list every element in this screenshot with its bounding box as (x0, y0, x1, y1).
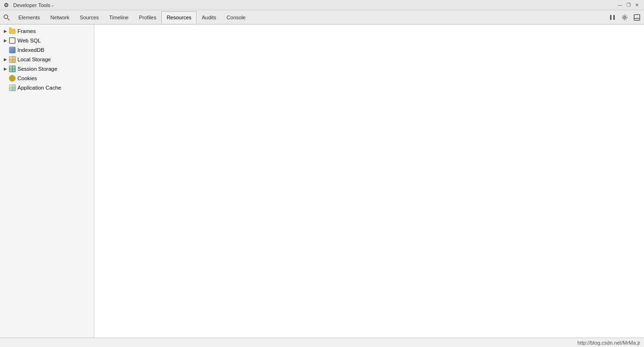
websql-arrow (2, 37, 8, 44)
local-storage-arrow (2, 56, 8, 63)
main-content-area (94, 25, 644, 338)
tab-timeline[interactable]: Timeline (104, 11, 134, 24)
status-url: http://blog.csdn.net/MrMa.jr (578, 340, 640, 346)
main-layout: Frames Web SQL IndexedDB Local Storage (0, 25, 644, 338)
svg-point-0 (4, 15, 8, 18)
window-title: Developer Tools - (13, 2, 53, 8)
websql-label: Web SQL (17, 38, 41, 43)
sidebar-item-indexeddb[interactable]: IndexedDB (0, 45, 94, 55)
sidebar-item-local-storage[interactable]: Local Storage (0, 55, 94, 64)
minimize-button[interactable]: — (617, 2, 623, 8)
tab-console[interactable]: Console (222, 11, 251, 24)
tab-network[interactable]: Network (45, 11, 74, 24)
sidebar: Frames Web SQL IndexedDB Local Storage (0, 25, 94, 338)
session-storage-icon (8, 65, 16, 73)
svg-rect-2 (610, 15, 611, 20)
session-storage-label: Session Storage (17, 66, 57, 72)
dock-button[interactable] (632, 12, 642, 23)
title-bar: ⚙ Developer Tools - — ❐ ✕ (0, 0, 644, 10)
svg-rect-5 (634, 15, 640, 20)
toolbar: Elements Network Sources Timeline Profil… (0, 10, 644, 25)
sidebar-item-session-storage[interactable]: Session Storage (0, 64, 94, 74)
svg-rect-3 (613, 15, 615, 20)
appcache-icon (8, 84, 16, 91)
local-storage-icon (8, 56, 16, 63)
local-storage-label: Local Storage (17, 57, 51, 62)
maximize-button[interactable]: ❐ (625, 2, 632, 8)
cookies-label: Cookies (17, 75, 37, 81)
tab-sources[interactable]: Sources (74, 11, 104, 24)
websql-icon (8, 37, 16, 44)
status-bar: http://blog.csdn.net/MrMa.jr (0, 338, 644, 347)
frames-arrow (2, 28, 8, 34)
frames-label: Frames (17, 28, 36, 34)
svg-point-4 (624, 17, 626, 18)
sidebar-item-frames[interactable]: Frames (0, 26, 94, 36)
svg-line-1 (8, 18, 9, 20)
pause-button[interactable] (607, 12, 618, 23)
tab-resources[interactable]: Resources (161, 11, 197, 24)
tab-elements[interactable]: Elements (13, 11, 45, 24)
window-controls: — ❐ ✕ (617, 2, 640, 8)
close-button[interactable]: ✕ (634, 2, 640, 8)
sidebar-item-application-cache[interactable]: Application Cache (0, 83, 94, 92)
tab-profiles[interactable]: Profiles (134, 11, 162, 24)
session-storage-arrow (2, 66, 8, 72)
tab-audits[interactable]: Audits (197, 11, 222, 24)
indexeddb-icon (8, 46, 16, 54)
cookies-icon (8, 74, 16, 82)
search-icon[interactable] (2, 13, 11, 22)
settings-button[interactable] (619, 12, 630, 23)
toolbar-right-icons (607, 12, 642, 23)
indexeddb-label: IndexedDB (17, 47, 44, 53)
devtools-icon: ⚙ (4, 2, 10, 8)
title-bar-left: ⚙ Developer Tools - (4, 2, 53, 8)
frames-icon (8, 27, 16, 35)
sidebar-item-cookies[interactable]: Cookies (0, 74, 94, 83)
appcache-label: Application Cache (17, 85, 61, 91)
sidebar-item-websql[interactable]: Web SQL (0, 36, 94, 45)
